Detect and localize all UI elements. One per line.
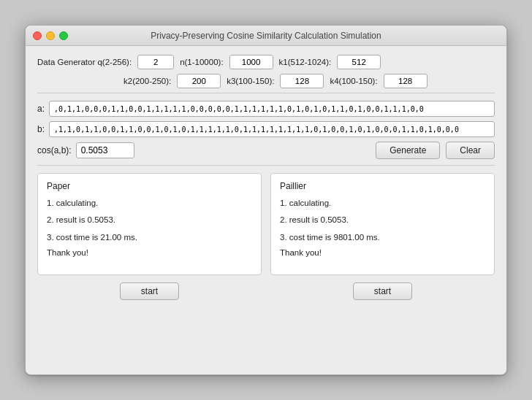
paillier-footer: Thank you! [280, 248, 485, 257]
param-label-k3: k3(100-150): [227, 77, 274, 85]
paillier-panel: Paillier 1. calculating. 2. result is 0.… [270, 173, 495, 275]
panels-container: Paper 1. calculating. 2. result is 0.505… [37, 173, 495, 275]
cos-label: cos(a,b): [37, 145, 72, 155]
paillier-line-1: 1. calculating. [280, 197, 485, 209]
param-input-k2[interactable] [177, 74, 221, 88]
vector-b-row: b: [37, 121, 495, 137]
paper-footer: Thank you! [47, 248, 252, 257]
param-label-k2: k2(200-250): [123, 77, 171, 85]
paper-panel: Paper 1. calculating. 2. result is 0.505… [37, 173, 262, 275]
param-input-k4[interactable] [384, 74, 428, 88]
main-window: Privacy-Preserving Cosine Similarity Cal… [25, 25, 507, 375]
content-area: Data Generator q(2-256): n(1-10000): k1(… [26, 46, 506, 309]
param-label-q: Data Generator q(2-256): [37, 58, 132, 66]
vector-a-row: a: [37, 101, 495, 117]
param-label-k4: k4(100-150): [330, 77, 377, 85]
paper-panel-title: Paper [47, 181, 252, 191]
param-input-k3[interactable] [280, 74, 324, 88]
paillier-start-button[interactable]: start [353, 282, 412, 300]
paillier-line-2: 2. result is 0.5053. [280, 214, 485, 226]
param-input-q[interactable] [137, 55, 174, 69]
paper-line-2: 2. result is 0.5053. [47, 214, 252, 226]
cos-input[interactable] [76, 142, 134, 158]
params-row-1: Data Generator q(2-256): n(1-10000): k1(… [37, 55, 495, 69]
cos-buttons: Generate Clear [376, 142, 495, 159]
generate-button[interactable]: Generate [376, 142, 440, 159]
divider-1 [37, 93, 495, 93]
paillier-panel-title: Paillier [280, 181, 485, 191]
vector-b-input[interactable] [49, 121, 495, 137]
traffic-lights [33, 31, 68, 40]
paillier-line-3: 3. cost time is 9801.00 ms. [280, 231, 485, 244]
paper-line-3: 3. cost time is 21.00 ms. [47, 231, 252, 244]
minimize-button[interactable] [46, 31, 55, 40]
maximize-button[interactable] [59, 31, 68, 40]
vector-a-label: a: [37, 104, 45, 114]
params-row-2: k2(200-250): k3(100-150): k4(100-150): [37, 74, 495, 88]
param-input-k1[interactable] [337, 55, 381, 69]
vector-a-input[interactable] [49, 101, 495, 117]
param-label-k1: k1(512-1024): [279, 58, 332, 66]
paper-line-1: 1. calculating. [47, 197, 252, 209]
titlebar: Privacy-Preserving Cosine Similarity Cal… [26, 26, 506, 46]
cos-row: cos(a,b): Generate Clear [37, 142, 495, 159]
vector-b-label: b: [37, 124, 45, 134]
param-input-n[interactable] [229, 55, 273, 69]
close-button[interactable] [33, 31, 42, 40]
param-label-n: n(1-10000): [180, 58, 223, 66]
clear-button[interactable]: Clear [446, 142, 495, 159]
paper-start-button[interactable]: start [120, 282, 179, 300]
divider-2 [37, 165, 495, 166]
window-title: Privacy-Preserving Cosine Similarity Cal… [151, 31, 381, 41]
